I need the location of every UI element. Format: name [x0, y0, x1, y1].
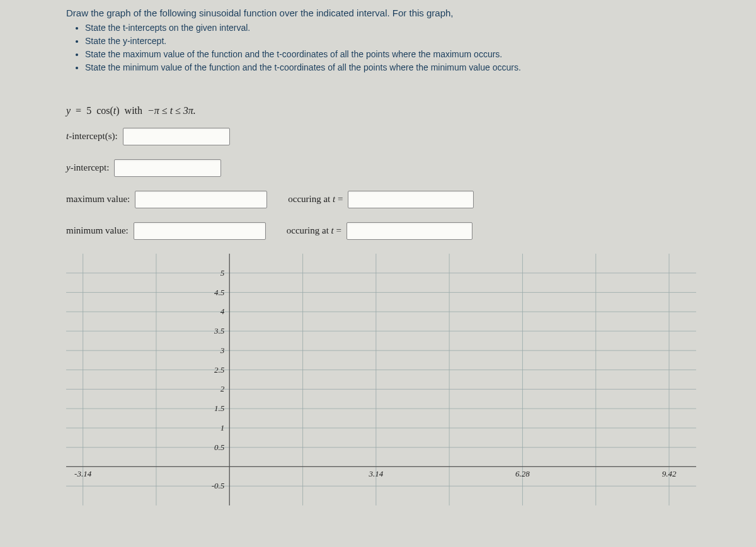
t-intercepts-input[interactable]: [123, 128, 230, 145]
y-intercept-input[interactable]: [114, 159, 221, 177]
bullet-item: State the y-intercept.: [85, 35, 696, 47]
min-value-input[interactable]: [134, 222, 266, 240]
svg-text:4: 4: [220, 307, 225, 316]
min-at-label: occuring at t =: [287, 225, 341, 236]
svg-text:-3.14: -3.14: [74, 469, 92, 478]
svg-text:1: 1: [220, 422, 225, 432]
problem-statement: Draw the graph of the following sinusoid…: [66, 0, 696, 80]
max-label: maximum value:: [66, 194, 130, 205]
svg-text:3: 3: [220, 345, 225, 354]
max-value-input[interactable]: [135, 191, 267, 208]
y-intercept-row: y-intercept:: [66, 159, 696, 177]
max-at-input[interactable]: [348, 191, 474, 208]
svg-text:3.14: 3.14: [368, 469, 383, 478]
svg-text:1.5: 1.5: [214, 403, 225, 413]
bullet-item: State the maximum value of the function …: [85, 48, 696, 60]
problem-bullets: State the t-intercepts on the given inte…: [85, 22, 696, 74]
min-at-input[interactable]: [346, 222, 472, 240]
svg-text:-0.5: -0.5: [212, 481, 225, 490]
svg-text:5: 5: [220, 268, 225, 277]
svg-text:6.28: 6.28: [515, 469, 530, 478]
coordinate-plane[interactable]: -0.50.511.522.533.544.55-3.143.146.289.4…: [66, 254, 696, 505]
bullet-item: State the minimum value of the function …: [85, 62, 696, 74]
svg-text:2: 2: [220, 384, 225, 393]
svg-text:3.5: 3.5: [214, 326, 225, 336]
max-row: maximum value: occuring at t =: [66, 191, 696, 208]
bullet-item: State the t-intercepts on the given inte…: [85, 22, 696, 34]
problem-intro: Draw the graph of the following sinusoid…: [66, 8, 696, 18]
max-at-label: occuring at t =: [288, 194, 343, 205]
y-intercept-label: y-intercept:: [66, 162, 109, 173]
min-row: minimum value: occuring at t =: [66, 222, 696, 240]
svg-text:9.42: 9.42: [662, 469, 677, 478]
min-label: minimum value:: [66, 225, 129, 236]
svg-text:4.5: 4.5: [214, 287, 225, 296]
svg-text:2.5: 2.5: [214, 364, 225, 374]
t-intercepts-row: t-intercept(s):: [66, 128, 696, 145]
problem-page: Draw the graph of the following sinusoid…: [66, 0, 696, 505]
formula-line: y = 5 cos(t) with −π ≤ t ≤ 3π.: [66, 105, 696, 116]
svg-text:0.5: 0.5: [214, 442, 225, 451]
t-intercepts-label: t-intercept(s):: [66, 131, 118, 142]
graph-area[interactable]: -0.50.511.522.533.544.55-3.143.146.289.4…: [66, 254, 696, 505]
